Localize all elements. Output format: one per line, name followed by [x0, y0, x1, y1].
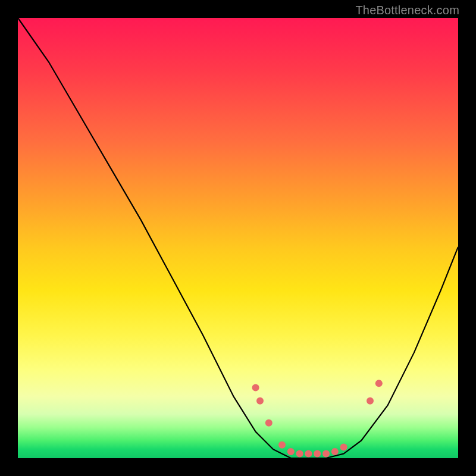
curve-marker [305, 450, 312, 458]
bottleneck-curve [18, 18, 458, 458]
curve-marker [322, 450, 330, 458]
curve-marker [314, 450, 321, 458]
curve-marker [296, 450, 303, 458]
curve-markers [252, 380, 383, 457]
curve-marker [278, 441, 286, 449]
curve-marker [375, 380, 383, 387]
curve-marker [367, 397, 374, 405]
curve-marker [287, 448, 295, 455]
curve-marker [265, 419, 273, 427]
attribution-text: TheBottleneck.com [355, 4, 459, 17]
curve-marker [331, 448, 339, 455]
curve-marker [252, 384, 259, 392]
curve-layer [18, 18, 458, 458]
curve-marker [256, 397, 264, 405]
curve-marker [340, 444, 347, 451]
plot-area [18, 18, 458, 458]
chart-frame: TheBottleneck.com [0, 0, 476, 476]
